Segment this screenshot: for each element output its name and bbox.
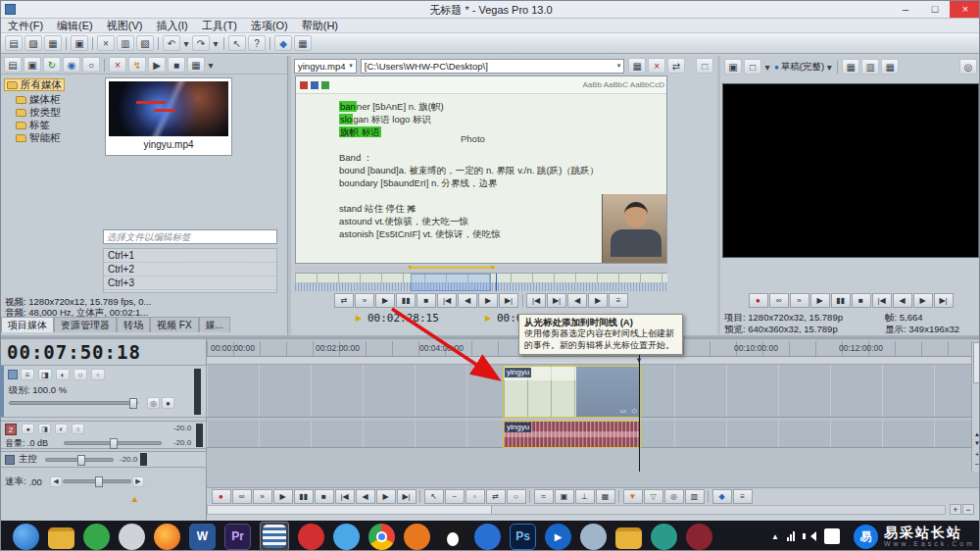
record-button[interactable]: ● xyxy=(212,489,231,504)
trimmer-options-button[interactable]: ≡ xyxy=(609,293,628,308)
thunder-icon[interactable]: ▶ xyxy=(545,524,571,550)
rate-left-button[interactable]: ◀ xyxy=(50,476,62,487)
zoom-out-vertical-icon[interactable]: − xyxy=(972,460,980,469)
preview-cd-icon[interactable]: ◎ xyxy=(959,59,977,75)
video-track-header[interactable]: ≡ ◨ ◐ ○ ▫ 级别: 100.0 % ◎ ● xyxy=(1,365,207,418)
cut-button[interactable]: × xyxy=(97,35,115,51)
app-lightgray-icon[interactable] xyxy=(580,524,607,550)
scroll-down-icon[interactable]: ▼ xyxy=(972,440,980,446)
app-darkred-icon[interactable] xyxy=(686,524,712,550)
slider-handle[interactable] xyxy=(110,438,118,449)
dock-tab[interactable]: 资源管理器 xyxy=(54,317,117,332)
normal-edit-tool-button[interactable]: ↖ xyxy=(228,35,246,51)
track2-solo-button[interactable]: ○ xyxy=(72,424,84,434)
menu-item[interactable]: 编辑(E) xyxy=(50,19,100,33)
track2-mute-button[interactable]: ◐ xyxy=(55,424,68,434)
save-snapshot-button[interactable]: ▦ xyxy=(881,59,899,75)
go-to-start-button[interactable]: |◀ xyxy=(335,489,355,504)
project-properties-button[interactable]: ▣ xyxy=(71,35,88,51)
tag-edit-field[interactable]: 选择文件以编辑标签 xyxy=(103,229,277,244)
slip-tool-button[interactable]: ⇄ xyxy=(486,489,506,504)
zoom-out-time-icon[interactable]: − xyxy=(962,504,974,515)
file-explorer-icon[interactable] xyxy=(48,527,74,549)
pause-button[interactable]: ▮▮ xyxy=(294,489,314,504)
dock-tab[interactable]: 媒... xyxy=(199,317,230,332)
trimmer-go-end-button[interactable]: ▶| xyxy=(499,293,518,308)
app-teal-icon[interactable] xyxy=(651,524,677,550)
trimmer-clip-combo[interactable]: yingyu.mp4 ▾ xyxy=(294,59,357,74)
volume-icon[interactable] xyxy=(803,531,816,541)
audio-track-header[interactable]: 2 ● ◨ ◐ ○ 音量: .0 dB -20.0 -20.0 xyxy=(1,421,207,449)
menu-item[interactable]: 视图(V) xyxy=(100,19,150,33)
insert-region-button[interactable]: ▽ xyxy=(644,489,663,504)
video-event-clip[interactable]: ▭ ◇ yingyu xyxy=(503,366,641,418)
menu-item[interactable]: 工具(T) xyxy=(195,19,244,33)
prev-frame-button[interactable]: ◀ xyxy=(893,293,912,308)
timeline-vscrollbar[interactable]: ▲ ▼ + − xyxy=(971,341,980,472)
overlays-grid-icon[interactable]: ▦ xyxy=(842,59,859,75)
record-button[interactable]: ● xyxy=(749,293,768,308)
qq-icon[interactable] xyxy=(439,524,466,550)
tree-item[interactable]: 标签 xyxy=(16,119,61,131)
new-bin-button[interactable]: ▤ xyxy=(4,57,22,73)
premiere-icon[interactable]: Pr xyxy=(224,524,251,550)
start-preview-button[interactable]: ▶ xyxy=(148,57,166,73)
tree-item[interactable]: 按类型 xyxy=(16,106,61,119)
app-gray-icon[interactable] xyxy=(119,524,145,550)
timeline-hscrollbar[interactable] xyxy=(207,505,946,515)
trimmer-prev-frame-button[interactable]: ◀ xyxy=(458,293,477,308)
vegas-taskbar-button[interactable] xyxy=(260,522,289,551)
track2-fx-button[interactable]: ◨ xyxy=(38,424,51,434)
menu-item[interactable]: 选项(O) xyxy=(244,19,295,33)
master-volume-slider[interactable] xyxy=(45,458,114,462)
edit-cursor-line[interactable] xyxy=(639,341,640,472)
trimmer-play-button[interactable]: ▶ xyxy=(375,293,395,308)
auto-preview-icon[interactable]: ↯ xyxy=(128,57,146,73)
play-button[interactable]: ▶ xyxy=(273,489,293,504)
zoom-in-vertical-icon[interactable]: + xyxy=(972,450,980,459)
track1-auto-button[interactable]: ● xyxy=(162,397,174,409)
timeline-marker-bar[interactable]: ▼ xyxy=(207,357,971,365)
dock-tab[interactable]: 视频 FX xyxy=(150,317,199,332)
mixer-button[interactable]: ▥ xyxy=(685,489,705,504)
tree-item[interactable]: 智能柜 xyxy=(16,131,61,144)
trimmer-stop-button[interactable]: ■ xyxy=(416,293,436,308)
menu-item[interactable]: 帮助(H) xyxy=(295,19,345,33)
prev-frame-button[interactable]: ◀ xyxy=(356,489,375,504)
event-fade-icon[interactable]: ◇ xyxy=(632,407,637,415)
rate-right-button[interactable]: ▶ xyxy=(132,476,144,487)
trimmer-pause-button[interactable]: ▮▮ xyxy=(396,293,416,308)
media-properties-button[interactable]: ▣ xyxy=(24,57,41,73)
redo-button[interactable]: ↷ xyxy=(192,35,210,51)
next-frame-button[interactable]: ▶ xyxy=(376,489,396,504)
insert-cd-index-button[interactable]: ◎ xyxy=(664,489,684,504)
chevron-down-icon[interactable]: ▾ xyxy=(763,59,771,75)
loop-playback-button[interactable]: ∞ xyxy=(769,293,789,308)
trimmer-sync-cursor-button[interactable]: ⇄ xyxy=(334,293,354,308)
add-to-timeline-end-button[interactable]: ▶| xyxy=(547,293,566,308)
minimize-button[interactable]: – xyxy=(891,1,920,18)
trimmer-sync-icon[interactable]: ⇄ xyxy=(667,58,685,74)
folder-icon-2[interactable] xyxy=(615,527,642,549)
snap-button[interactable]: ⊥ xyxy=(575,489,595,504)
photoshop-icon[interactable]: Ps xyxy=(510,524,536,550)
window-layout-button[interactable]: ▦ xyxy=(294,35,312,51)
add-to-timeline-button[interactable]: |◀ xyxy=(526,293,546,308)
pause-button[interactable]: ▮▮ xyxy=(831,293,851,308)
go-to-end-button[interactable]: ▶| xyxy=(397,489,416,504)
trimmer-marker-bar[interactable]: ▼ ▼ xyxy=(295,266,667,274)
media-thumbnail-card[interactable]: yingyu.mp4 xyxy=(105,77,232,156)
trimmer-next-frame-button[interactable]: ▶ xyxy=(478,293,498,308)
slider-handle[interactable] xyxy=(77,455,85,466)
trimmer-play-all-button[interactable]: » xyxy=(355,293,374,308)
external-monitor-icon[interactable]: □ xyxy=(696,58,713,74)
track1-level-slider[interactable] xyxy=(9,401,138,405)
preview-external-monitor-icon[interactable]: □ xyxy=(744,59,761,75)
quality-dropdown-icon[interactable]: ▾ xyxy=(825,59,833,75)
remove-media-button[interactable]: × xyxy=(109,57,126,73)
selection-end-marker[interactable]: ▼ xyxy=(489,264,496,271)
refresh-icon[interactable]: ↻ xyxy=(43,57,61,73)
insert-marker-button[interactable]: ▼ xyxy=(623,489,643,504)
play-from-start-button[interactable]: » xyxy=(790,293,809,308)
track1-bypass-button[interactable]: ▫ xyxy=(91,369,105,380)
